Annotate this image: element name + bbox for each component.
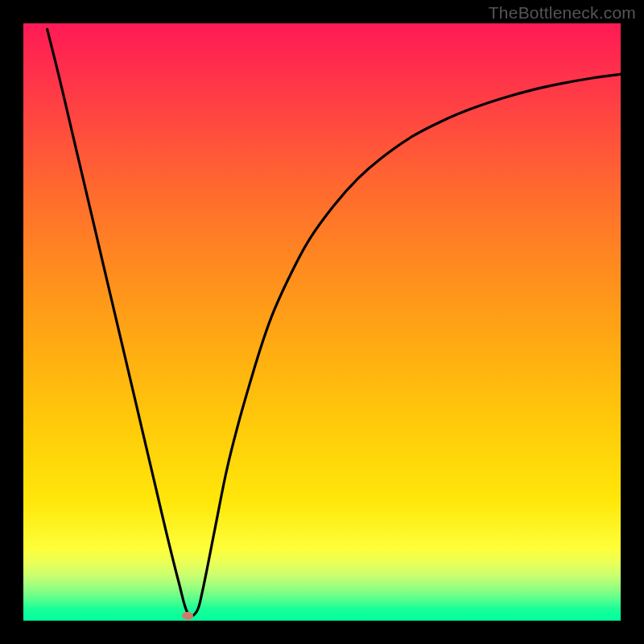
plot-area [23,23,621,621]
attribution-text: TheBottleneck.com [489,3,636,23]
svg-point-0 [182,612,193,620]
bottleneck-curve [23,23,621,621]
chart-frame: TheBottleneck.com [0,0,644,644]
